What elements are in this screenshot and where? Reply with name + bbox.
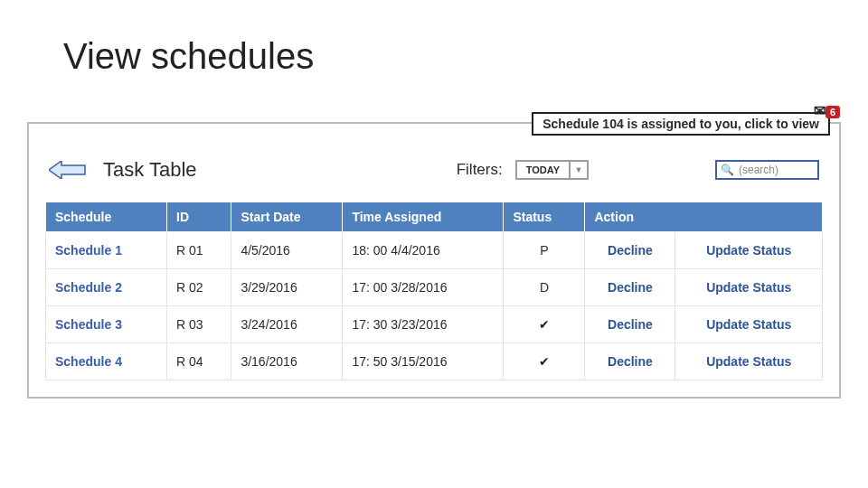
cell-id: R 03	[167, 306, 231, 343]
cell-id: R 02	[167, 269, 231, 306]
cell-time-assigned: 17: 50 3/15/2016	[343, 343, 504, 380]
cell-start-date: 3/29/2016	[231, 269, 343, 306]
cell-time-assigned: 17: 00 3/28/2016	[343, 269, 504, 306]
col-start-date: Start Date	[231, 202, 343, 232]
filters-label: Filters:	[457, 161, 503, 179]
filter-dropdown[interactable]: TODAY ▼	[515, 160, 589, 180]
cell-id: R 04	[167, 343, 231, 380]
notification-count: 6	[826, 106, 840, 118]
cell-id: R 01	[167, 232, 231, 269]
search-icon: 🔍	[721, 164, 734, 176]
col-action: Action	[585, 202, 823, 232]
table-row: Schedule 3R 033/24/201617: 30 3/23/2016✔…	[46, 306, 823, 343]
search-placeholder: (search)	[739, 164, 778, 176]
page-title: View schedules	[0, 0, 868, 77]
decline-link[interactable]: Decline	[585, 343, 675, 380]
section-label: Task Table	[103, 158, 197, 182]
cell-start-date: 3/24/2016	[231, 306, 343, 343]
svg-marker-0	[49, 161, 85, 179]
schedule-link[interactable]: Schedule 1	[46, 232, 167, 269]
back-arrow-icon[interactable]	[49, 161, 87, 179]
cell-status: ✔	[504, 343, 585, 380]
cell-status: P	[504, 232, 585, 269]
decline-link[interactable]: Decline	[585, 232, 675, 269]
table-row: Schedule 1R 014/5/201618: 00 4/4/2016PDe…	[46, 232, 823, 269]
decline-link[interactable]: Decline	[585, 306, 675, 343]
update-status-link[interactable]: Update Status	[675, 306, 823, 343]
notification-banner[interactable]: Schedule 104 is assigned to you, click t…	[532, 112, 830, 136]
cell-time-assigned: 18: 00 4/4/2016	[343, 232, 504, 269]
update-status-link[interactable]: Update Status	[675, 269, 823, 306]
update-status-link[interactable]: Update Status	[675, 232, 823, 269]
cell-status: ✔	[504, 306, 585, 343]
cell-start-date: 3/16/2016	[231, 343, 343, 380]
schedule-link[interactable]: Schedule 4	[46, 343, 167, 380]
table-row: Schedule 2R 023/29/201617: 00 3/28/2016D…	[46, 269, 823, 306]
cell-status: D	[504, 269, 585, 306]
col-id: ID	[167, 202, 231, 232]
table-row: Schedule 4R 043/16/201617: 50 3/15/2016✔…	[46, 343, 823, 380]
update-status-link[interactable]: Update Status	[675, 343, 823, 380]
schedule-link[interactable]: Schedule 2	[46, 269, 167, 306]
search-input[interactable]: 🔍 (search)	[715, 160, 819, 180]
schedule-link[interactable]: Schedule 3	[46, 306, 167, 343]
notification-badge: ✉ 6	[821, 102, 844, 122]
filter-value: TODAY	[517, 164, 569, 175]
decline-link[interactable]: Decline	[585, 269, 675, 306]
toolbar: Task Table Filters: TODAY ▼ 🔍 (search)	[45, 158, 823, 182]
col-schedule: Schedule	[46, 202, 167, 232]
main-panel: Schedule 104 is assigned to you, click t…	[27, 122, 841, 399]
chevron-down-icon: ▼	[569, 162, 587, 178]
cell-start-date: 4/5/2016	[231, 232, 343, 269]
mail-icon: ✉	[814, 102, 826, 119]
col-time-assigned: Time Assigned	[343, 202, 504, 232]
task-table: Schedule ID Start Date Time Assigned Sta…	[45, 202, 823, 380]
cell-time-assigned: 17: 30 3/23/2016	[343, 306, 504, 343]
notification-text: Schedule 104 is assigned to you, click t…	[542, 117, 819, 131]
col-status: Status	[504, 202, 585, 232]
table-header-row: Schedule ID Start Date Time Assigned Sta…	[46, 202, 823, 232]
